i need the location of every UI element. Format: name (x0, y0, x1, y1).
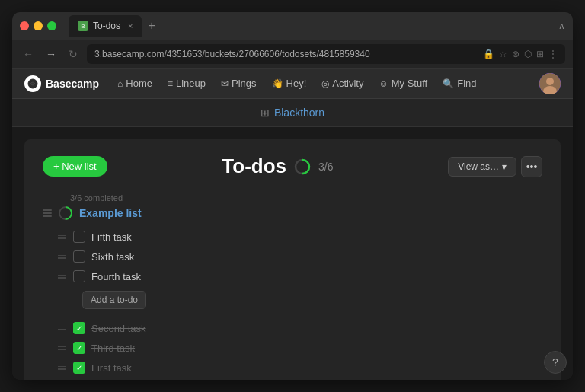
todo-label-5: Third task (91, 343, 135, 354)
todo-checkbox-6[interactable] (73, 362, 85, 374)
table-row: Fifth task (58, 227, 542, 247)
todo-checkbox-4[interactable] (73, 322, 85, 334)
user-avatar[interactable] (539, 73, 561, 94)
menu-icon[interactable]: ⋮ (548, 49, 558, 59)
mystuff-icon: ☺ (379, 78, 388, 89)
app-nav: Basecamp ⌂ Home ≡ Lineup ✉ Pings 👋 Hey! … (12, 69, 573, 99)
brand-logo (24, 75, 41, 92)
nav-find-label: Find (457, 78, 476, 89)
nav-home-label: Home (126, 78, 152, 89)
pings-icon: ✉ (221, 78, 229, 89)
puzzle-icon[interactable]: ⬡ (524, 49, 532, 59)
todo-label-3: Fourth task (91, 271, 141, 282)
tab-close-button[interactable]: × (128, 21, 133, 30)
forward-button[interactable]: → (43, 46, 59, 62)
nav-lineup[interactable]: ≡ Lineup (161, 75, 212, 92)
star-icon[interactable]: ☆ (499, 49, 507, 59)
table-row: Second task (58, 318, 542, 338)
nav-activity-label: Activity (332, 78, 363, 89)
todo-checkbox-1[interactable] (73, 231, 85, 243)
back-button[interactable]: ← (20, 46, 37, 62)
view-as-label: View as… (458, 161, 499, 172)
nav-pings[interactable]: ✉ Pings (215, 75, 263, 92)
item-drag-handle (58, 346, 67, 350)
todo-label-6: First task (91, 362, 132, 374)
todo-label-1: Fifth task (91, 231, 132, 243)
nav-lineup-label: Lineup (176, 78, 206, 89)
browser-window: B To-dos × + ∧ ← → ↻ 3.basecamp.com/4351… (12, 12, 573, 380)
url-text: 3.basecamp.com/4351653/buckets/27066606/… (94, 49, 370, 59)
main-content: ⊞ Blackthorn + New list To-dos 3/6 View … (12, 99, 573, 380)
tab-favicon: B (78, 21, 88, 31)
view-as-button[interactable]: View as… ▾ (448, 157, 516, 177)
completed-items-section: Second task Third task First task (43, 318, 542, 378)
close-button[interactable] (20, 21, 29, 30)
todo-checkbox-3[interactable] (73, 270, 85, 282)
todo-header: + New list To-dos 3/6 View as… ▾ ••• (43, 155, 542, 178)
more-icon: ••• (526, 161, 538, 173)
item-drag-handle (58, 235, 67, 239)
todo-checkbox-2[interactable] (73, 250, 85, 263)
nav-find[interactable]: 🔍 Find (436, 75, 482, 92)
nav-hey-label: Hey! (286, 78, 307, 89)
svg-point-2 (546, 78, 554, 85)
nav-mystuff-label: My Stuff (392, 78, 427, 89)
grid-icon[interactable]: ⊞ (536, 49, 544, 59)
item-drag-handle (58, 366, 67, 370)
list-progress-dot (58, 206, 73, 221)
refresh-button[interactable]: ↻ (66, 46, 81, 62)
brand-name: Basecamp (46, 78, 99, 90)
todo-title: To-dos (222, 155, 286, 178)
todo-count: 3/6 (318, 161, 333, 173)
nav-home[interactable]: ⌂ Home (111, 75, 158, 92)
table-row: Sixth task (58, 247, 542, 266)
item-drag-handle (58, 275, 67, 279)
nav-hey[interactable]: 👋 Hey! (266, 75, 313, 92)
hey-icon: 👋 (272, 78, 283, 89)
new-tab-button[interactable]: + (145, 19, 158, 33)
todo-label-4: Second task (91, 323, 146, 334)
address-bar: ← → ↻ 3.basecamp.com/4351653/buckets/270… (12, 40, 573, 69)
tab-title: To-dos (93, 21, 120, 31)
extension-icon[interactable]: ⊛ (512, 49, 519, 59)
list-completion-meta: 3/6 completed (70, 193, 542, 202)
url-bar[interactable]: 3.basecamp.com/4351653/buckets/27066606/… (87, 44, 565, 64)
table-row: Fourth task (58, 266, 542, 286)
project-name[interactable]: Blackthorn (274, 107, 324, 119)
view-as-chevron: ▾ (502, 161, 507, 172)
todo-title-area: To-dos 3/6 (222, 155, 333, 178)
nav-mystuff[interactable]: ☺ My Stuff (372, 75, 433, 92)
active-tab[interactable]: B To-dos × (69, 15, 142, 37)
todo-section: + New list To-dos 3/6 View as… ▾ ••• (24, 139, 561, 380)
new-list-button[interactable]: + New list (43, 156, 107, 177)
todo-list-section: 3/6 completed Example list Fifth task (43, 193, 542, 378)
table-row: Third task (58, 338, 542, 358)
list-name[interactable]: Example list (79, 207, 142, 219)
header-actions: View as… ▾ ••• (448, 156, 542, 177)
list-title-row: Example list (43, 206, 542, 221)
activity-icon: ◎ (321, 78, 329, 89)
lineup-icon: ≡ (168, 78, 173, 89)
traffic-lights (20, 21, 56, 30)
item-drag-handle (58, 327, 67, 330)
brand[interactable]: Basecamp (24, 75, 99, 92)
shield-icon: 🔒 (483, 49, 494, 59)
url-action-icons: 🔒 ☆ ⊛ ⬡ ⊞ ⋮ (483, 49, 558, 59)
project-header: ⊞ Blackthorn (12, 99, 573, 127)
tab-bar: B To-dos × + (69, 15, 552, 37)
nav-pings-label: Pings (232, 78, 257, 89)
todo-checkbox-5[interactable] (73, 342, 85, 354)
todo-label-2: Sixth task (91, 251, 134, 263)
table-row: First task (58, 358, 542, 378)
maximize-button[interactable] (47, 21, 56, 30)
minimize-button[interactable] (34, 21, 43, 30)
nav-activity[interactable]: ◎ Activity (315, 75, 369, 92)
home-icon: ⌂ (117, 78, 123, 89)
title-bar: B To-dos × + ∧ (12, 12, 573, 40)
progress-ring (294, 158, 311, 175)
more-options-button[interactable]: ••• (521, 156, 542, 177)
add-todo-button[interactable]: Add a to-do (82, 291, 146, 309)
window-collapse[interactable]: ∧ (558, 21, 565, 31)
help-button[interactable]: ? (544, 351, 567, 374)
find-icon: 🔍 (443, 78, 454, 89)
